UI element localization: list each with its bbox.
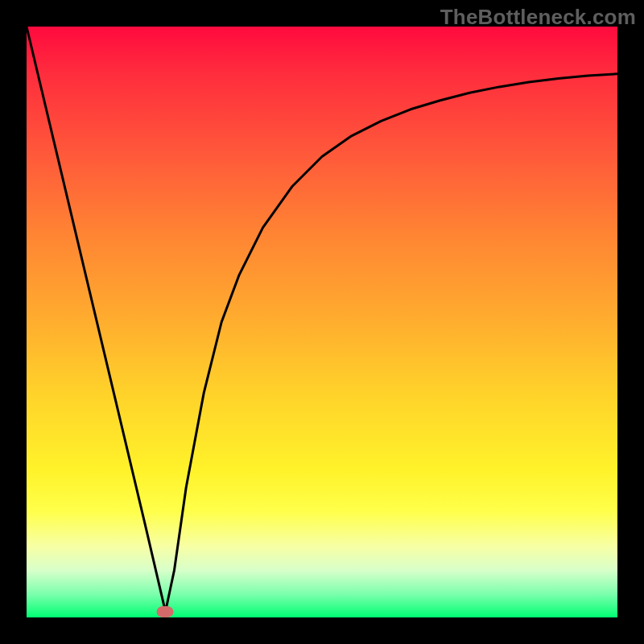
plot-area [27,27,617,617]
bottleneck-curve [27,27,617,612]
chart-frame: TheBottleneck.com [0,0,644,644]
min-marker [157,606,174,617]
curve-svg [27,27,617,617]
watermark-text: TheBottleneck.com [440,5,636,30]
